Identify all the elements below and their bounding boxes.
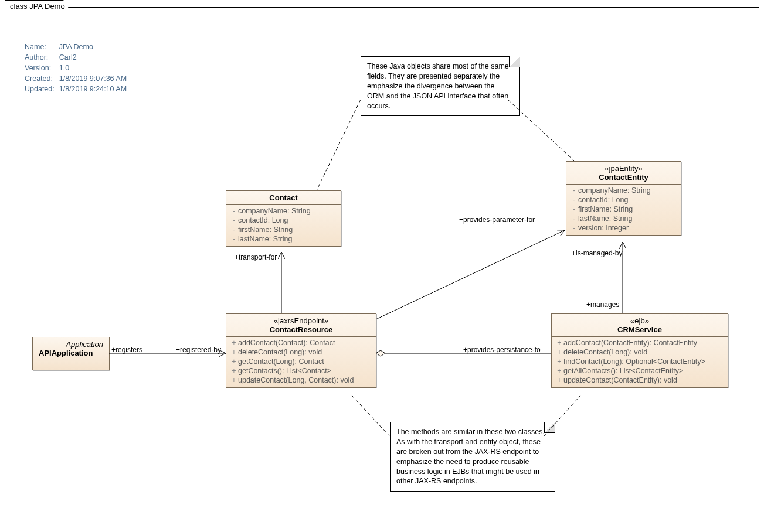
class-contact-entity[interactable]: «jpaEntity»ContactEntity -companyName: S…: [566, 161, 681, 236]
assoc-label-is-managed-by: +is-managed-by: [572, 249, 622, 257]
attr: companyName: String: [578, 186, 651, 195]
note-fold-icon: [509, 56, 520, 67]
note-similar-methods-text: The methods are similar in these two cla…: [396, 428, 545, 485]
meta-version-val: 1.0: [59, 63, 130, 73]
meta-created-val: 1/8/2019 9:07:36 AM: [59, 74, 130, 83]
stereotype: Application: [36, 340, 106, 349]
note-shared-fields: These Java objects share most of the sam…: [361, 56, 520, 116]
op: deleteContact(Long): void: [238, 348, 322, 356]
assoc-label-registered-by: +registered-by: [176, 346, 221, 354]
assoc-label-transport-for: +transport-for: [235, 253, 277, 261]
op: getContacts(): List<Contact>: [238, 367, 331, 375]
op: getAllContacts(): List<ContactEntity>: [563, 367, 683, 375]
attr: companyName: String: [238, 207, 311, 215]
frame-tab: class JPA Demo: [5, 0, 72, 12]
meta-author-key: Author:: [25, 53, 58, 62]
op: addContact(ContactEntity): ContactEntity: [563, 339, 697, 347]
meta-created-key: Created:: [25, 74, 58, 83]
attr: lastName: String: [578, 214, 632, 223]
frame-title: class JPA Demo: [10, 2, 65, 11]
class-crm-service-ops: +addContact(ContactEntity): ContactEntit…: [552, 337, 728, 387]
class-contact-resource-name: ContactResource: [270, 325, 333, 334]
meta-name-val: JPA Demo: [59, 42, 130, 52]
diagram-canvas: class JPA Demo Name:JPA Demo Author:Carl…: [0, 0, 764, 532]
note-shared-fields-text: These Java objects share most of the sam…: [367, 62, 509, 110]
meta-name-key: Name:: [25, 42, 58, 52]
class-api-application[interactable]: ApplicationAPIApplication: [32, 337, 110, 370]
op: updateContact(ContactEntity): void: [563, 376, 677, 384]
class-contact-entity-name: ContactEntity: [599, 173, 648, 182]
class-contact-name: Contact: [269, 193, 297, 202]
attr: lastName: String: [238, 235, 292, 243]
assoc-label-registers: +registers: [111, 346, 142, 354]
stereotype: «jaxrsEndpoint»: [230, 316, 372, 325]
attr: firstName: String: [578, 205, 633, 213]
diagram-metadata: Name:JPA Demo Author:Carl2 Version:1.0 C…: [23, 41, 131, 95]
op: findContact(Long): Optional<ContactEntit…: [563, 357, 705, 366]
meta-author-val: Carl2: [59, 53, 130, 62]
attr: version: Integer: [578, 224, 629, 232]
meta-updated-key: Updated:: [25, 84, 58, 94]
class-contact-resource-ops: +addContact(Contact): Contact +deleteCon…: [226, 337, 376, 387]
class-contact-resource[interactable]: «jaxrsEndpoint»ContactResource +addConta…: [226, 313, 376, 388]
class-crm-service[interactable]: «ejb»CRMService +addContact(ContactEntit…: [551, 313, 728, 388]
class-crm-service-name: CRMService: [617, 325, 662, 334]
assoc-label-provides-persistance-to: +provides-persistance-to: [463, 346, 541, 354]
op: addContact(Contact): Contact: [238, 339, 335, 347]
stereotype: «jpaEntity»: [570, 164, 677, 173]
attr: contactId: Long: [578, 196, 628, 204]
note-similar-methods: The methods are similar in these two cla…: [390, 422, 555, 492]
stereotype: «ejb»: [555, 316, 724, 325]
class-contact-entity-attrs: -companyName: String -contactId: Long -f…: [566, 185, 681, 235]
class-api-application-name: APIApplication: [36, 349, 106, 357]
op: deleteContact(Long): void: [563, 348, 647, 356]
note-fold-icon: [544, 422, 555, 433]
attr: firstName: String: [238, 226, 293, 234]
assoc-label-manages: +manages: [586, 301, 619, 309]
class-contact[interactable]: Contact -companyName: String -contactId:…: [226, 190, 341, 247]
attr: contactId: Long: [238, 216, 288, 224]
meta-updated-val: 1/8/2019 9:24:10 AM: [59, 84, 130, 94]
class-contact-attrs: -companyName: String -contactId: Long -f…: [226, 205, 341, 246]
meta-version-key: Version:: [25, 63, 58, 73]
op: getContact(Long): Contact: [238, 357, 324, 366]
assoc-label-provides-parameter-for: +provides-parameter-for: [459, 216, 535, 224]
op: updateContact(Long, Contact): void: [238, 376, 354, 384]
